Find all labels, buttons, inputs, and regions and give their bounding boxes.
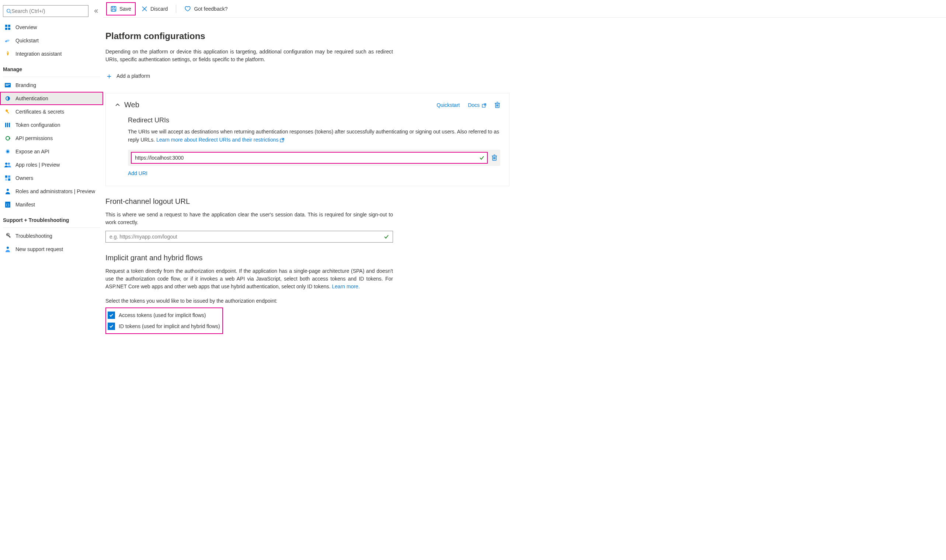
save-label: Save [120, 6, 131, 12]
svg-rect-3 [8, 25, 10, 27]
divider [3, 228, 100, 228]
save-button[interactable]: Save [106, 2, 136, 15]
svg-rect-20 [5, 175, 8, 178]
check-icon [479, 155, 485, 160]
svg-rect-30 [112, 9, 115, 11]
branding-icon [5, 82, 11, 88]
sidebar-item-label: New support request [15, 246, 63, 252]
implicit-desc: Request a token directly from the author… [105, 267, 393, 291]
search-icon [6, 8, 11, 14]
sidebar-item-label: Overview [15, 24, 37, 30]
delete-uri-button[interactable] [491, 154, 497, 161]
checkbox-checked-icon[interactable] [108, 312, 115, 319]
owners-icon [5, 175, 11, 182]
sidebar-item-certificates[interactable]: Certificates & secrets [0, 105, 103, 118]
sidebar-item-branding[interactable]: Branding [0, 78, 103, 92]
search-box[interactable] [3, 5, 88, 17]
web-platform-card: Web Quickstart Docs Redirect URIs The UR… [105, 93, 509, 186]
web-card-title: Web [124, 101, 139, 109]
svg-rect-5 [8, 28, 10, 30]
implicit-heading: Implicit grant and hybrid flows [105, 254, 937, 262]
sidebar-item-roles-admins[interactable]: Roles and administrators | Preview [0, 185, 103, 198]
sidebar-item-troubleshooting[interactable]: Troubleshooting [0, 229, 103, 243]
sidebar-item-integration[interactable]: Integration assistant [0, 47, 103, 60]
svg-point-27 [7, 247, 9, 249]
overview-icon [5, 24, 11, 31]
quickstart-link[interactable]: Quickstart [437, 102, 460, 108]
sidebar-item-label: Quickstart [15, 38, 39, 43]
sidebar-item-label: Branding [15, 82, 36, 88]
access-tokens-checkbox-row[interactable]: Access tokens (used for implicit flows) [108, 310, 220, 321]
toolbar: Save Discard Got feedback? [103, 0, 946, 18]
sidebar-item-label: Troubleshooting [15, 233, 52, 239]
redirect-uri-row: https://localhost:3000 [128, 150, 500, 166]
svg-rect-9 [6, 85, 8, 86]
collapse-sidebar-button[interactable] [91, 7, 100, 15]
feedback-button[interactable]: Got feedback? [180, 2, 232, 15]
token-prompt: Select the tokens you would like to be i… [105, 298, 937, 304]
redirect-uri-value: https://localhost:3000 [135, 155, 476, 161]
logout-url-field[interactable] [109, 234, 384, 240]
add-platform-label: Add a platform [117, 73, 150, 79]
feedback-label: Got feedback? [194, 6, 228, 12]
main: Save Discard Got feedback? Platform conf… [103, 0, 946, 560]
id-tokens-label: ID tokens (used for implicit and hybrid … [119, 323, 220, 329]
svg-point-0 [7, 9, 10, 12]
checkbox-checked-icon[interactable] [108, 323, 115, 330]
svg-rect-14 [7, 123, 8, 127]
divider [3, 77, 100, 77]
svg-line-1 [10, 12, 11, 14]
sidebar-item-app-roles[interactable]: App roles | Preview [0, 158, 103, 171]
sidebar-section-support: Support + Troubleshooting [0, 211, 103, 226]
sidebar-item-label: API permissions [15, 135, 53, 141]
wrench-icon [5, 232, 11, 239]
sidebar-item-label: Expose an API [15, 149, 49, 154]
toolbar-separator [176, 5, 176, 13]
logout-heading: Front-channel logout URL [105, 197, 937, 206]
plus-icon: ＋ [105, 71, 113, 81]
implicit-learn-more-link[interactable]: Learn more. [332, 283, 360, 289]
sidebar-item-label: Manifest [15, 202, 35, 208]
docs-link[interactable]: Docs [468, 102, 486, 108]
id-tokens-checkbox-row[interactable]: ID tokens (used for implicit and hybrid … [108, 321, 220, 332]
sidebar-item-expose-api[interactable]: Expose an API [0, 145, 103, 158]
sidebar-item-overview[interactable]: Overview [0, 21, 103, 34]
close-icon [142, 6, 148, 12]
svg-point-19 [8, 163, 10, 165]
svg-rect-13 [5, 123, 6, 127]
sidebar-item-token-config[interactable]: Token configuration [0, 118, 103, 132]
redirect-uris-heading: Redirect URIs [128, 117, 500, 124]
svg-point-18 [5, 163, 8, 165]
delete-platform-button[interactable] [494, 102, 500, 108]
add-uri-link[interactable]: Add URI [128, 170, 500, 176]
discard-label: Discard [151, 6, 168, 12]
sidebar-item-api-permissions[interactable]: API permissions [0, 132, 103, 145]
svg-rect-29 [112, 6, 115, 8]
add-platform-button[interactable]: ＋ Add a platform [105, 69, 937, 83]
svg-rect-12 [7, 111, 9, 114]
sidebar-item-manifest[interactable]: {} Manifest [0, 198, 103, 211]
sidebar-item-authentication[interactable]: Authentication [0, 92, 103, 105]
discard-button[interactable]: Discard [137, 2, 172, 15]
sidebar-item-new-support[interactable]: New support request [0, 243, 103, 256]
svg-rect-21 [8, 175, 10, 178]
roles-icon [5, 188, 11, 195]
authentication-icon [5, 95, 11, 102]
redirect-uris-desc: The URIs we will accept as destinations … [128, 128, 500, 144]
sidebar-item-label: Certificates & secrets [15, 109, 64, 115]
quickstart-icon [5, 37, 11, 44]
chevron-up-icon[interactable] [115, 102, 120, 108]
svg-point-6 [8, 52, 8, 53]
manifest-icon: {} [5, 201, 11, 208]
logout-url-input[interactable] [105, 231, 393, 243]
support-icon [5, 246, 11, 252]
platform-heading: Platform configurations [105, 31, 937, 41]
redirect-learn-more-link[interactable]: Learn more about Redirect URIs and their… [156, 137, 284, 143]
sidebar-item-quickstart[interactable]: Quickstart [0, 34, 103, 47]
app-roles-icon [5, 162, 11, 168]
sidebar-item-label: Integration assistant [15, 51, 62, 57]
sidebar-item-owners[interactable]: Owners [0, 171, 103, 185]
svg-point-17 [7, 151, 9, 152]
search-input[interactable] [11, 8, 85, 14]
redirect-uri-input[interactable]: https://localhost:3000 [131, 152, 488, 164]
